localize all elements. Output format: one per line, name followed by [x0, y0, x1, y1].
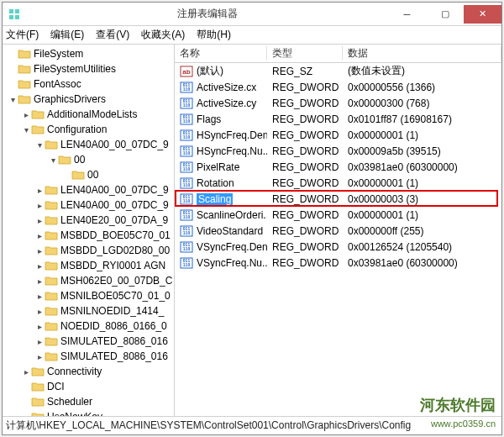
- tree-item[interactable]: ▸LEN40A00_00_07DC_9: [3, 182, 174, 197]
- folder-icon: [18, 93, 31, 105]
- tree-item[interactable]: ▸SIMULATED_8086_016: [3, 334, 174, 349]
- header-data[interactable]: 数据: [343, 46, 501, 61]
- tree-label: Scheduler: [47, 396, 92, 408]
- folder-icon: [45, 260, 58, 271]
- tree-item[interactable]: ▸MSNILBOE05C70_01_0: [3, 288, 174, 303]
- titlebar[interactable]: 注册表编辑器 ─ ▢ ✕: [3, 3, 501, 26]
- value-name: ActiveSize.cx: [197, 82, 256, 93]
- tree-item[interactable]: Scheduler: [3, 394, 174, 409]
- minimize-button[interactable]: ─: [388, 5, 426, 24]
- menu-favorites[interactable]: 收藏夹(A): [141, 28, 185, 42]
- expand-icon[interactable]: ▾: [21, 125, 31, 134]
- header-name[interactable]: 名称: [175, 46, 267, 61]
- tree-item[interactable]: ▸MSBDD_BOE05C70_01: [3, 228, 174, 243]
- value-data: 0x000000ff (255): [343, 225, 501, 237]
- value-name: PixelRate: [197, 161, 239, 173]
- value-list[interactable]: 名称 类型 数据 (默认)REG_SZ(数值未设置)ActiveSize.cxR…: [175, 45, 501, 416]
- value-type: REG_DWORD: [267, 161, 343, 173]
- tree-item[interactable]: DCI: [3, 379, 174, 394]
- expand-icon[interactable]: ▸: [34, 246, 45, 255]
- expand-icon[interactable]: ▸: [34, 276, 45, 286]
- menu-edit[interactable]: 编辑(E): [50, 28, 84, 42]
- tree-item[interactable]: ▸SIMULATED_8086_016: [3, 349, 174, 364]
- tree-item[interactable]: FileSystem: [3, 46, 174, 61]
- value-name: Rotation: [197, 177, 234, 189]
- tree-item[interactable]: FontAssoc: [3, 76, 174, 92]
- folder-icon: [31, 108, 45, 120]
- value-data: 0x00000001 (1): [343, 129, 501, 141]
- value-name: VideoStandard: [197, 225, 263, 237]
- expand-icon[interactable]: ▸: [34, 261, 45, 271]
- value-row[interactable]: RotationREG_DWORD0x00000001 (1): [175, 175, 501, 191]
- value-row[interactable]: VSyncFreq.Den...REG_DWORD0x00126524 (120…: [175, 239, 501, 255]
- expand-icon[interactable]: ▾: [8, 95, 18, 104]
- tree-item[interactable]: 00: [3, 167, 174, 182]
- tree-item[interactable]: ▸LEN40E20_00_07DA_9: [3, 213, 174, 228]
- folder-icon: [45, 184, 58, 196]
- dword-value-icon: [180, 176, 193, 190]
- value-name: ScanlineOrderi...: [197, 209, 267, 221]
- tree-item[interactable]: FileSystemUtilities: [3, 61, 174, 76]
- tree-item[interactable]: ▾Configuration: [3, 122, 174, 137]
- tree-item[interactable]: ▸LEN40A00_00_07DC_9: [3, 197, 174, 213]
- dword-value-icon: [180, 81, 193, 94]
- tree-label: LEN40A00_00_07DC_9: [60, 184, 169, 196]
- tree-item[interactable]: ▸MSBDD_LGD02D80_00: [3, 243, 174, 258]
- expand-icon[interactable]: ▸: [34, 186, 45, 195]
- expand-icon[interactable]: ▾: [34, 140, 45, 150]
- tree-label: LEN40E20_00_07DA_9: [60, 214, 168, 226]
- menu-view[interactable]: 查看(V): [96, 28, 129, 42]
- value-row[interactable]: VideoStandardREG_DWORD0x000000ff (255): [175, 223, 501, 239]
- tree-label: SIMULATED_8086_016: [60, 350, 168, 362]
- menu-help[interactable]: 帮助(H): [197, 28, 231, 42]
- value-name: Flags: [197, 113, 221, 125]
- value-row[interactable]: ScanlineOrderi...REG_DWORD0x00000001 (1): [175, 207, 501, 223]
- dword-value-icon: [180, 192, 193, 206]
- tree-item[interactable]: ▾LEN40A00_00_07DC_9: [3, 137, 174, 152]
- key-tree[interactable]: FileSystemFileSystemUtilitiesFontAssoc▾G…: [3, 45, 175, 416]
- tree-item[interactable]: ▸AdditionalModeLists: [3, 107, 174, 122]
- menubar: 文件(F) 编辑(E) 查看(V) 收藏夹(A) 帮助(H): [3, 26, 501, 45]
- tree-label: FileSystem: [34, 48, 83, 60]
- expand-icon[interactable]: ▸: [21, 110, 31, 119]
- value-row[interactable]: ActiveSize.cyREG_DWORD0x00000300 (768): [175, 95, 501, 111]
- expand-icon[interactable]: ▸: [34, 292, 45, 301]
- value-row[interactable]: ActiveSize.cxREG_DWORD0x00000556 (1366): [175, 79, 501, 95]
- tree-item[interactable]: ▾00: [3, 152, 174, 167]
- expand-icon[interactable]: ▸: [34, 307, 45, 316]
- tree-item[interactable]: ▸MSBDD_RYI0001 AGN: [3, 258, 174, 273]
- value-row[interactable]: ScalingREG_DWORD0x00000003 (3): [175, 191, 501, 207]
- expand-icon[interactable]: ▸: [34, 216, 45, 225]
- tree-item[interactable]: ▸NOEDID_8086_0166_0: [3, 319, 174, 334]
- expand-icon[interactable]: ▸: [34, 337, 45, 346]
- tree-item[interactable]: UseNewKey: [3, 409, 174, 416]
- expand-icon[interactable]: ▸: [34, 231, 45, 240]
- close-button[interactable]: ✕: [464, 5, 501, 24]
- expand-icon[interactable]: ▾: [48, 155, 58, 165]
- tree-item[interactable]: ▸Connectivity: [3, 364, 174, 379]
- value-type: REG_DWORD: [267, 113, 343, 125]
- folder-icon: [18, 78, 31, 90]
- value-data: 0x03981ae0 (60300000): [343, 257, 501, 269]
- value-data: (数值未设置): [343, 64, 501, 78]
- expand-icon[interactable]: ▸: [34, 352, 45, 361]
- value-row[interactable]: (默认)REG_SZ(数值未设置): [175, 63, 501, 79]
- menu-file[interactable]: 文件(F): [6, 28, 39, 42]
- folder-icon: [45, 305, 58, 317]
- maximize-button[interactable]: ▢: [426, 5, 464, 24]
- tree-item[interactable]: ▾GraphicsDrivers: [3, 92, 174, 107]
- expand-icon[interactable]: ▸: [34, 322, 45, 331]
- value-row[interactable]: VSyncFreq.Nu...REG_DWORD0x03981ae0 (6030…: [175, 255, 501, 271]
- expand-icon[interactable]: ▸: [34, 201, 45, 210]
- value-row[interactable]: HSyncFreq.Nu...REG_DWORD0x00009a5b (3951…: [175, 143, 501, 159]
- header-type[interactable]: 类型: [267, 46, 343, 61]
- folder-icon: [45, 214, 58, 226]
- value-row[interactable]: PixelRateREG_DWORD0x03981ae0 (60300000): [175, 159, 501, 175]
- tree-item[interactable]: ▸MSNILNOEDID_1414_: [3, 303, 174, 319]
- value-row[interactable]: FlagsREG_DWORD0x0101ff87 (16908167): [175, 111, 501, 127]
- dword-value-icon: [180, 145, 193, 158]
- tree-item[interactable]: ▸MSH062E0_00_07DB_C: [3, 273, 174, 288]
- value-type: REG_DWORD: [267, 145, 343, 157]
- value-row[interactable]: HSyncFreq.Den...REG_DWORD0x00000001 (1): [175, 127, 501, 143]
- expand-icon[interactable]: ▸: [21, 367, 31, 376]
